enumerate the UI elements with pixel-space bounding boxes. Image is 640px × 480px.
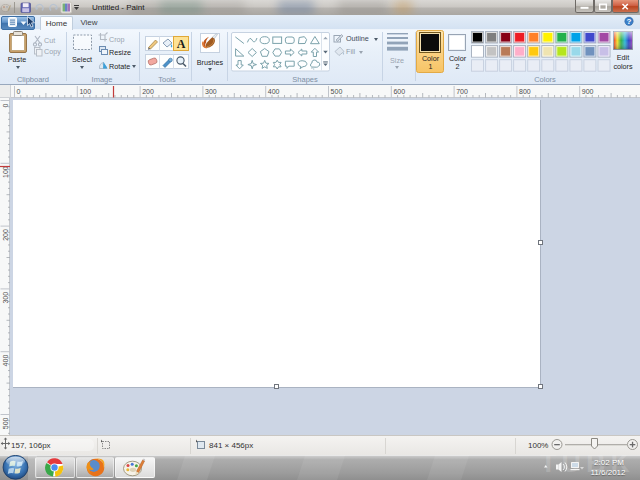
svg-text:800: 800 <box>519 88 531 95</box>
svg-text:0: 0 <box>2 103 9 107</box>
svg-text:600: 600 <box>393 88 405 95</box>
svg-text:200: 200 <box>2 229 9 241</box>
svg-text:100: 100 <box>79 88 91 95</box>
svg-text:400: 400 <box>268 88 280 95</box>
svg-text:0: 0 <box>17 88 21 95</box>
svg-text:200: 200 <box>142 88 154 95</box>
svg-text:500: 500 <box>2 417 9 429</box>
svg-text:300: 300 <box>205 88 217 95</box>
svg-text:A: A <box>177 37 186 51</box>
svg-text:300: 300 <box>2 292 9 304</box>
svg-text:400: 400 <box>2 355 9 367</box>
svg-text:?: ? <box>627 17 632 26</box>
svg-text:700: 700 <box>456 88 468 95</box>
svg-text:100: 100 <box>2 166 9 178</box>
svg-text:500: 500 <box>331 88 343 95</box>
svg-text:900: 900 <box>582 88 594 95</box>
